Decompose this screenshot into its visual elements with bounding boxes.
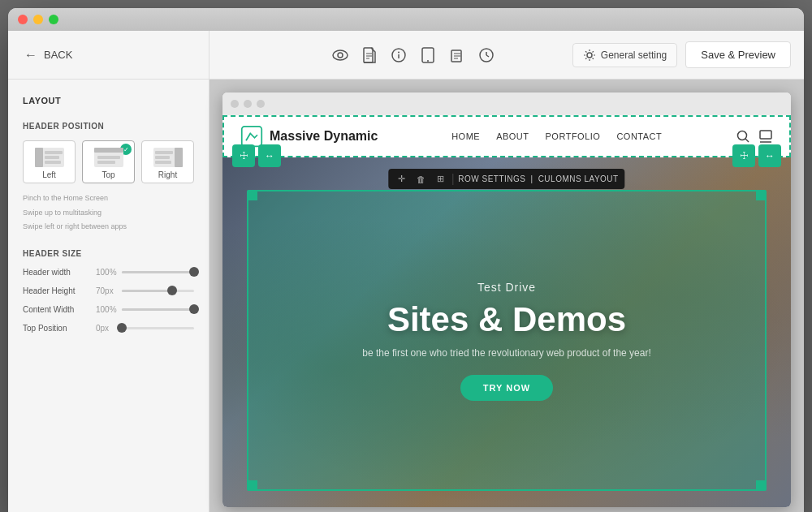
hero-title: Sites & Demos [387,300,626,339]
browser-titlebar [222,93,791,115]
top-position-row: Top Position 0px [23,324,194,333]
site-nav: HOME ABOUT PORTFOLIO CONTACT [451,131,662,141]
nav-portfolio[interactable]: PORTFOLIO [546,131,601,141]
header-pos-top-label: Top [102,170,114,179]
app-content: ← BACK LAYOUT HEADER POSITION [8,31,804,512]
hero-cta-button[interactable]: TRY NOW [460,375,553,401]
header-height-label: Header Height [23,286,96,295]
header-pos-left-label: Left [42,170,56,179]
hero-description: be the first one who tried the revolutio… [362,347,651,359]
hint-text-3: Swipe left or right between apps [23,222,194,233]
header-pos-left[interactable]: Left [23,140,76,183]
header-width-track[interactable] [122,271,194,273]
toolbar-divider [452,174,453,185]
save-preview-button[interactable]: Save & Preview [685,41,791,68]
content-width-label: Content Width [23,305,96,314]
svg-rect-22 [760,131,771,139]
header-resize-btn[interactable]: ↔ [258,144,281,167]
svg-point-8 [398,51,400,53]
nav-home[interactable]: HOME [451,131,480,141]
toolbar-right: General setting Save & Preview [572,41,791,68]
svg-point-0 [333,50,348,60]
user-icon[interactable] [758,129,773,144]
row-grid-btn[interactable]: ⊞ [434,172,447,186]
hint-text-1: Pinch to the Home Screen [23,193,194,204]
svg-line-17 [486,55,489,57]
header-pos-top-icon [94,148,123,167]
row-toolbar: ✛ 🗑 ⊞ ROW SETTINGS | CULOMNS LAYOUT [388,169,624,189]
browser-dot-1 [231,100,239,108]
hero-subtitle: Test Drive [477,281,536,294]
mac-window: ← BACK LAYOUT HEADER POSITION [8,8,804,512]
tablet-icon[interactable] [420,47,436,63]
header-position-label: HEADER POSITION [23,122,194,131]
file2-icon[interactable] [449,47,465,63]
minimize-dot[interactable] [33,15,43,24]
hero-content-box: Test Drive Sites & Demos be the first on… [247,190,767,491]
header-left-controls: ☩ ↔ [232,144,281,167]
browser-dot-3 [257,100,265,108]
browser-dot-2 [244,100,252,108]
svg-rect-19 [242,127,262,147]
header-width-label: Header width [23,268,96,277]
corner-handle-bl[interactable] [248,480,257,490]
site-logo-text: Massive Dynamic [270,129,378,144]
editor-panel: General setting Save & Preview [209,31,804,512]
top-position-track[interactable] [122,327,194,329]
columns-layout-label[interactable]: CULOMNS LAYOUT [538,174,619,183]
nav-about[interactable]: ABOUT [496,131,529,141]
header-height-value: 70px [96,286,122,295]
header-size-label: HEADER SIZE [23,249,194,258]
eye-icon[interactable] [332,47,348,63]
toolbar-separator: | [531,174,533,183]
svg-rect-2 [364,48,373,62]
svg-point-1 [338,53,343,58]
corner-handle-tr[interactable] [756,191,766,200]
back-arrow-icon: ← [24,48,37,62]
info-icon[interactable] [391,47,407,63]
close-dot[interactable] [18,15,28,24]
svg-line-21 [745,139,749,142]
mac-titlebar [8,8,804,31]
editor-content: Massive Dynamic HOME ABOUT PORTFOLIO CON… [209,80,804,512]
header-drag-btn[interactable]: ☩ [232,144,255,167]
site-nav-icons [736,129,773,144]
row-delete-btn[interactable]: 🗑 [413,173,429,186]
back-button[interactable]: ← BACK [24,48,72,62]
content-width-track[interactable] [122,308,194,311]
header-pos-left-icon [35,148,64,167]
header-height-track[interactable] [122,290,194,292]
content-width-row: Content Width 100% [23,305,194,314]
header-pos-top[interactable]: ✓ Top [82,140,135,183]
search-icon[interactable] [736,129,750,144]
header-pos-right-icon [153,148,183,167]
site-header[interactable]: Massive Dynamic HOME ABOUT PORTFOLIO CON… [222,115,791,157]
back-label: BACK [44,49,72,61]
file-icon[interactable] [361,47,378,63]
clock-icon[interactable] [478,47,495,63]
row-settings-label[interactable]: ROW SETTINGS [458,174,525,183]
sidebar-body: LAYOUT HEADER POSITION Left [8,80,209,359]
svg-point-18 [587,53,592,58]
general-setting-button[interactable]: General setting [572,43,677,67]
header-resize-btn-right[interactable]: ↔ [758,144,781,167]
fullscreen-dot[interactable] [49,15,58,24]
svg-point-10 [427,60,429,62]
header-position-group: Left ✓ Top [23,140,194,183]
site-hero: ✛ 🗑 ⊞ ROW SETTINGS | CULOMNS LAYOUT [222,157,791,507]
header-drag-btn-right[interactable]: ☩ [732,144,755,167]
general-setting-label: General setting [601,49,667,61]
layout-section-title: LAYOUT [23,96,194,105]
header-width-row: Header width 100% [23,268,194,277]
header-height-row: Header Height 70px [23,286,194,295]
toolbar-icons [332,47,495,63]
corner-handle-br[interactable] [756,480,766,490]
sidebar-topbar: ← BACK [8,31,209,80]
header-pos-right[interactable]: Right [141,140,194,183]
browser-frame: Massive Dynamic HOME ABOUT PORTFOLIO CON… [222,93,791,507]
corner-handle-tl[interactable] [248,191,257,200]
header-right-controls: ☩ ↔ [732,144,781,167]
row-add-btn[interactable]: ✛ [395,172,408,186]
nav-contact[interactable]: CONTACT [616,131,662,141]
sidebar: ← BACK LAYOUT HEADER POSITION [8,31,209,512]
